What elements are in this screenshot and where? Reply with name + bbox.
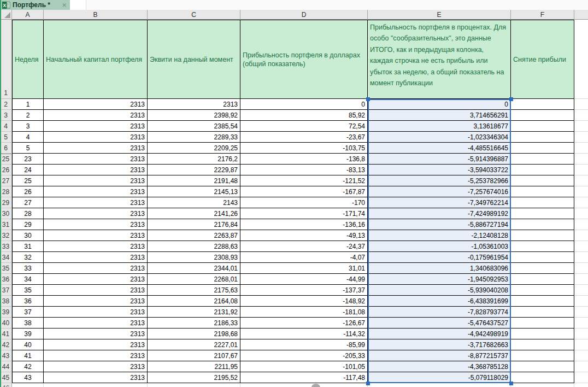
cell-F34[interactable]: [511, 252, 574, 263]
cell-E44[interactable]: -4,368785128: [368, 361, 511, 372]
cell-B38[interactable]: 2313: [44, 296, 148, 307]
cell-C36[interactable]: 2268,01: [148, 274, 240, 285]
cell-E41[interactable]: -4,942498919: [368, 329, 511, 339]
cell-D44[interactable]: -101,05: [240, 361, 368, 372]
cell-B34[interactable]: 2313: [44, 252, 148, 263]
cell-B36[interactable]: 2313: [44, 274, 148, 285]
cell-C42[interactable]: 2227,01: [148, 339, 240, 350]
cell-A3[interactable]: 2: [12, 110, 44, 121]
cell-A27[interactable]: 25: [12, 175, 44, 186]
cell-B26[interactable]: 2313: [44, 165, 148, 175]
cell-D29[interactable]: -170: [240, 197, 368, 208]
selection-handle-top-right[interactable]: [509, 97, 513, 101]
cell-A26[interactable]: 24: [12, 165, 44, 175]
cell-A39[interactable]: 37: [12, 307, 44, 318]
cell-B25[interactable]: 2313: [44, 154, 148, 165]
cell-F2[interactable]: [511, 99, 574, 110]
column-header-B[interactable]: B: [44, 10, 148, 20]
cell-B27[interactable]: 2313: [44, 175, 148, 186]
cell-E3[interactable]: 3,714656291: [368, 110, 511, 121]
cell-A44[interactable]: 42: [12, 361, 44, 372]
cell-E43[interactable]: -8,877215737: [368, 350, 511, 361]
row-header-44[interactable]: 44: [0, 361, 12, 372]
cell-E40[interactable]: -5,476437527: [368, 318, 511, 329]
cell-E29[interactable]: -7,349762214: [368, 197, 511, 208]
selection-handle-bottom-right[interactable]: [509, 382, 513, 385]
cell-F36[interactable]: [511, 274, 574, 285]
cell-F6[interactable]: [511, 143, 574, 154]
cell-D4[interactable]: 72,54: [240, 121, 368, 132]
column-header-D[interactable]: D: [240, 10, 368, 20]
row-header-35[interactable]: 35: [0, 263, 12, 274]
column-header-C[interactable]: C: [148, 10, 240, 20]
cell-D27[interactable]: -121,52: [240, 175, 368, 186]
row-header-30[interactable]: 30: [0, 208, 12, 219]
cell-D39[interactable]: -181,08: [240, 307, 368, 318]
cell-E2[interactable]: 0: [368, 99, 511, 110]
cell-A28[interactable]: 26: [12, 186, 44, 197]
cell-B4[interactable]: 2313: [44, 121, 148, 132]
cell-E39[interactable]: -7,828793774: [368, 307, 511, 318]
cell-C31[interactable]: 2176,84: [148, 219, 240, 230]
cell-F1[interactable]: Снятие прибыли: [511, 20, 574, 99]
cell-F28[interactable]: [511, 186, 574, 197]
cell-D26[interactable]: -83,13: [240, 165, 368, 175]
row-header-39[interactable]: 39: [0, 307, 12, 318]
cell-A4[interactable]: 3: [12, 121, 44, 132]
cell-E46[interactable]: [368, 383, 511, 387]
cell-F43[interactable]: [511, 350, 574, 361]
cell-E4[interactable]: 3,13618677: [368, 121, 511, 132]
cell-B45[interactable]: 2313: [44, 372, 148, 383]
cell-D32[interactable]: -49,13: [240, 230, 368, 241]
cell-F33[interactable]: [511, 241, 574, 252]
cell-D37[interactable]: -137,37: [240, 285, 368, 296]
cell-D6[interactable]: -103,75: [240, 143, 368, 154]
cell-F37[interactable]: [511, 285, 574, 296]
row-header-43[interactable]: 43: [0, 350, 12, 361]
cell-B37[interactable]: 2313: [44, 285, 148, 296]
cell-B5[interactable]: 2313: [44, 132, 148, 143]
cell-C37[interactable]: 2175,63: [148, 285, 240, 296]
cell-E33[interactable]: -1,05361003: [368, 241, 511, 252]
row-header-46[interactable]: 46: [0, 383, 12, 387]
cell-E30[interactable]: -7,424989192: [368, 208, 511, 219]
row-header-29[interactable]: 29: [0, 197, 12, 208]
cell-A45[interactable]: 43: [12, 372, 44, 383]
cell-C34[interactable]: 2308,93: [148, 252, 240, 263]
cell-A35[interactable]: 33: [12, 263, 44, 274]
row-header-45[interactable]: 45: [0, 372, 12, 383]
cell-E37[interactable]: -5,939040208: [368, 285, 511, 296]
row-header-28[interactable]: 28: [0, 186, 12, 197]
cell-F3[interactable]: [511, 110, 574, 121]
cell-D33[interactable]: -24,37: [240, 241, 368, 252]
cell-C35[interactable]: 2344,01: [148, 263, 240, 274]
cell-A37[interactable]: 35: [12, 285, 44, 296]
row-header-27[interactable]: 27: [0, 175, 12, 186]
cell-B31[interactable]: 2313: [44, 219, 148, 230]
cell-E5[interactable]: -1,023346304: [368, 132, 511, 143]
cell-B28[interactable]: 2313: [44, 186, 148, 197]
row-header-38[interactable]: 38: [0, 296, 12, 307]
cell-B40[interactable]: 2313: [44, 318, 148, 329]
cell-B33[interactable]: 2313: [44, 241, 148, 252]
row-header-1[interactable]: 1: [0, 20, 12, 99]
row-header-36[interactable]: 36: [0, 274, 12, 285]
cell-A33[interactable]: 31: [12, 241, 44, 252]
cell-D40[interactable]: -126,67: [240, 318, 368, 329]
cell-A25[interactable]: 23: [12, 154, 44, 165]
cell-A6[interactable]: 5: [12, 143, 44, 154]
cell-D43[interactable]: -205,33: [240, 350, 368, 361]
cell-A34[interactable]: 32: [12, 252, 44, 263]
cell-A32[interactable]: 30: [12, 230, 44, 241]
cell-A38[interactable]: 36: [12, 296, 44, 307]
column-header-F[interactable]: F: [511, 10, 574, 20]
cell-F26[interactable]: [511, 165, 574, 175]
cell-F44[interactable]: [511, 361, 574, 372]
column-header-A[interactable]: A: [12, 10, 44, 20]
row-header-40[interactable]: 40: [0, 318, 12, 329]
row-header-2[interactable]: 2: [0, 99, 12, 110]
row-header-5[interactable]: 5: [0, 132, 12, 143]
cell-E32[interactable]: -2,12408128: [368, 230, 511, 241]
row-header-37[interactable]: 37: [0, 285, 12, 296]
cell-G1[interactable]: [574, 20, 588, 99]
